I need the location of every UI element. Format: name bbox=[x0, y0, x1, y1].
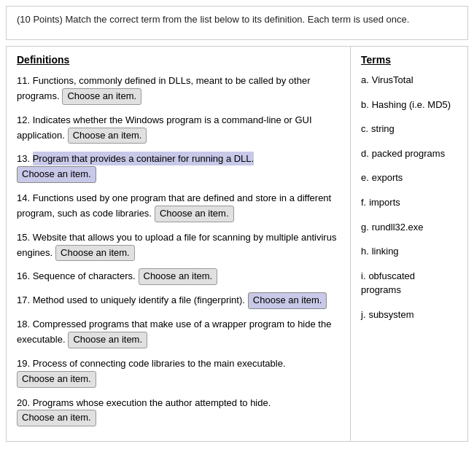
def-number: 19. bbox=[17, 358, 33, 369]
term-item: a. VirusTotal bbox=[361, 73, 457, 87]
term-item: h. linking bbox=[361, 244, 457, 259]
terms-title: Terms bbox=[361, 54, 457, 66]
def-number: 17. bbox=[17, 294, 33, 305]
def-number: 20. bbox=[17, 397, 33, 408]
def-number: 11. bbox=[17, 75, 33, 86]
def-number: 18. bbox=[17, 319, 33, 329]
choose-button[interactable]: Choose an item. bbox=[55, 245, 135, 262]
def-text: Process of connecting code libraries to … bbox=[33, 358, 286, 369]
term-letter: b. bbox=[361, 99, 369, 110]
def-text: Programs whose execution the author atte… bbox=[33, 397, 271, 408]
definition-item: 11. Functions, commonly defined in DLLs,… bbox=[17, 73, 340, 105]
def-text: Program that provides a container for ru… bbox=[33, 152, 255, 165]
terms-column: Terms a. VirusTotalb. Hashing (i.e. MD5)… bbox=[351, 47, 467, 441]
definition-item: 12. Indicates whether the Windows progra… bbox=[17, 112, 340, 144]
choose-button[interactable]: Choose an item. bbox=[17, 371, 96, 388]
choose-button[interactable]: Choose an item. bbox=[248, 292, 327, 309]
def-number: 16. bbox=[17, 270, 33, 281]
term-text: Hashing (i.e. MD5) bbox=[372, 99, 451, 110]
term-text: string bbox=[371, 123, 395, 134]
choose-button[interactable]: Choose an item. bbox=[139, 268, 218, 285]
term-item: d. packed programs bbox=[361, 147, 457, 161]
definition-item: 13. Program that provides a container fo… bbox=[17, 151, 340, 183]
term-text: rundll32.exe bbox=[372, 222, 424, 233]
def-text: Compressed programs that make use of a w… bbox=[17, 319, 331, 345]
definition-item: 15. Website that allows you to upload a … bbox=[17, 230, 340, 262]
term-text: linking bbox=[372, 246, 399, 257]
term-letter: g. bbox=[361, 222, 369, 233]
choose-button[interactable]: Choose an item. bbox=[17, 166, 96, 183]
def-number: 12. bbox=[17, 114, 33, 125]
def-text: Indicates whether the Windows program is… bbox=[17, 114, 312, 141]
choose-button[interactable]: Choose an item. bbox=[155, 206, 234, 222]
definition-item: 19. Process of connecting code libraries… bbox=[17, 356, 340, 388]
def-number: 13. bbox=[17, 153, 33, 164]
term-text: imports bbox=[369, 197, 400, 208]
definition-item: 16. Sequence of characters. Choose an it… bbox=[17, 268, 340, 285]
choose-button[interactable]: Choose an item. bbox=[68, 128, 147, 144]
term-letter: i. bbox=[361, 270, 366, 281]
term-text: packed programs bbox=[372, 148, 445, 159]
def-text: Method used to uniquely identify a file … bbox=[33, 294, 245, 305]
def-text: Functions, commonly defined in DLLs, mea… bbox=[17, 75, 311, 101]
term-letter: a. bbox=[361, 74, 369, 85]
definitions-title: Definitions bbox=[17, 54, 340, 66]
definition-item: 18. Compressed programs that make use of… bbox=[17, 316, 340, 348]
header: (10 Points) Match the correct term from … bbox=[6, 6, 468, 40]
choose-button[interactable]: Choose an item. bbox=[17, 410, 96, 426]
def-text: Sequence of characters. bbox=[33, 270, 136, 281]
term-item: i. obfuscated programs bbox=[361, 269, 457, 297]
term-item: f. imports bbox=[361, 195, 457, 210]
definition-item: 20. Programs whose execution the author … bbox=[17, 395, 340, 427]
term-text: VirusTotal bbox=[372, 74, 413, 85]
term-letter: j. bbox=[361, 309, 366, 320]
term-letter: h. bbox=[361, 246, 369, 257]
term-text: subsystem bbox=[368, 309, 413, 320]
term-text: obfuscated programs bbox=[361, 270, 415, 296]
term-letter: e. bbox=[361, 172, 369, 183]
term-item: e. exports bbox=[361, 171, 457, 185]
def-number: 14. bbox=[17, 192, 33, 203]
header-text: (10 Points) Match the correct term from … bbox=[17, 14, 409, 25]
term-item: b. Hashing (i.e. MD5) bbox=[361, 98, 457, 112]
term-item: g. rundll32.exe bbox=[361, 220, 457, 235]
choose-button[interactable]: Choose an item. bbox=[68, 332, 147, 348]
term-item: j. subsystem bbox=[361, 308, 457, 322]
definition-item: 14. Functions used by one program that a… bbox=[17, 190, 340, 222]
def-number: 15. bbox=[17, 232, 33, 243]
term-text: exports bbox=[372, 172, 403, 183]
definition-item: 17. Method used to uniquely identify a f… bbox=[17, 292, 340, 309]
term-letter: d. bbox=[361, 148, 369, 159]
term-letter: c. bbox=[361, 123, 368, 134]
term-item: c. string bbox=[361, 122, 457, 136]
choose-button[interactable]: Choose an item. bbox=[62, 88, 141, 105]
definitions-column: Definitions 11. Functions, commonly defi… bbox=[7, 47, 351, 441]
term-letter: f. bbox=[361, 197, 366, 208]
